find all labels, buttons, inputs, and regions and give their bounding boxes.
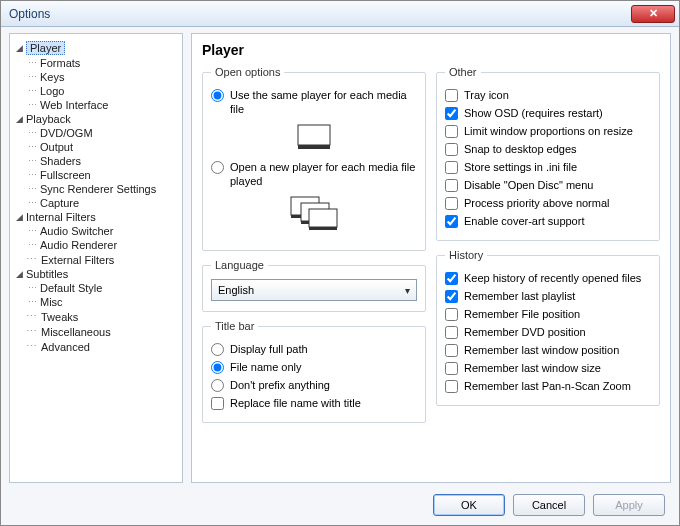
radio-full-path-label: Display full path <box>230 342 308 356</box>
check-item-input[interactable] <box>445 344 458 357</box>
titlebar: Options ✕ <box>1 1 679 27</box>
tree-item[interactable]: ⋯External Filters <box>14 252 178 267</box>
check-item-label: Snap to desktop edges <box>464 142 577 156</box>
check-item[interactable]: Remember DVD position <box>445 323 651 341</box>
check-item[interactable]: Show OSD (requires restart) <box>445 104 651 122</box>
tree-item-label: Audio Switcher <box>40 225 113 237</box>
check-item-input[interactable] <box>445 380 458 393</box>
tree-item-label: Output <box>40 141 73 153</box>
language-group: Language English <box>202 259 426 312</box>
tree-item[interactable]: ⋯Sync Renderer Settings <box>28 182 178 196</box>
tree-item[interactable]: ⋯Miscellaneous <box>14 324 178 339</box>
radio-no-prefix-input[interactable] <box>211 379 224 392</box>
check-item-label: Remember File position <box>464 307 580 321</box>
check-item[interactable]: Process priority above normal <box>445 194 651 212</box>
svg-rect-1 <box>298 145 330 149</box>
tree-item-label: External Filters <box>41 254 114 266</box>
tree-item-label: Subtitles <box>26 268 68 280</box>
check-item-input[interactable] <box>445 161 458 174</box>
tree-item[interactable]: ◢Playback <box>14 112 178 126</box>
tree-bullet-icon: ⋯ <box>26 340 37 353</box>
tree-item[interactable]: ⋯Audio Switcher <box>28 224 178 238</box>
tree-item-label: Audio Renderer <box>40 239 117 251</box>
tree-item[interactable]: ⋯Advanced <box>14 339 178 354</box>
check-item-input[interactable] <box>445 215 458 228</box>
open-options-legend: Open options <box>211 66 284 78</box>
close-icon: ✕ <box>649 7 658 20</box>
tree-item[interactable]: ⋯Capture <box>28 196 178 210</box>
check-item-input[interactable] <box>445 125 458 138</box>
check-item[interactable]: Tray icon <box>445 86 651 104</box>
tree-bullet-icon: ⋯ <box>28 86 38 96</box>
dialog-footer: OK Cancel Apply <box>1 485 679 525</box>
tree-item[interactable]: ⋯Fullscreen <box>28 168 178 182</box>
history-group: History Keep history of recently opened … <box>436 249 660 406</box>
tree-item[interactable]: ⋯Web Interface <box>28 98 178 112</box>
check-item-label: Tray icon <box>464 88 509 102</box>
check-item-input[interactable] <box>445 89 458 102</box>
close-button[interactable]: ✕ <box>631 5 675 23</box>
tree-item[interactable]: ⋯Misc <box>28 295 178 309</box>
radio-full-path-input[interactable] <box>211 343 224 356</box>
radio-no-prefix[interactable]: Don't prefix anything <box>211 376 417 394</box>
tree-item[interactable]: ⋯Shaders <box>28 154 178 168</box>
radio-same-player-input[interactable] <box>211 89 224 102</box>
tree-bullet-icon: ⋯ <box>26 253 37 266</box>
language-select[interactable]: English <box>211 279 417 301</box>
check-item-input[interactable] <box>445 290 458 303</box>
check-item-input[interactable] <box>445 197 458 210</box>
tree-item[interactable]: ⋯Tweaks <box>14 309 178 324</box>
dialog-body: ◢Player⋯Formats⋯Keys⋯Logo⋯Web Interface◢… <box>1 27 679 485</box>
tree-item[interactable]: ⋯Formats <box>28 56 178 70</box>
tree-item[interactable]: ⋯Output <box>28 140 178 154</box>
cancel-button[interactable]: Cancel <box>513 494 585 516</box>
check-item[interactable]: Remember last window size <box>445 359 651 377</box>
tree-item[interactable]: ◢Player <box>14 40 178 56</box>
check-item[interactable]: Remember last Pan-n-Scan Zoom <box>445 377 651 395</box>
check-item[interactable]: Remember File position <box>445 305 651 323</box>
tree-bullet-icon: ⋯ <box>28 283 38 293</box>
check-item-input[interactable] <box>445 326 458 339</box>
check-item-input[interactable] <box>445 362 458 375</box>
check-item[interactable]: Snap to desktop edges <box>445 140 651 158</box>
check-item[interactable]: Remember last playlist <box>445 287 651 305</box>
check-item-input[interactable] <box>445 272 458 285</box>
tree-item-label: Misc <box>40 296 63 308</box>
ok-button[interactable]: OK <box>433 494 505 516</box>
check-item-input[interactable] <box>445 143 458 156</box>
apply-button[interactable]: Apply <box>593 494 665 516</box>
radio-new-player-input[interactable] <box>211 161 224 174</box>
tree-bullet-icon: ⋯ <box>28 226 38 236</box>
tree-item[interactable]: ⋯Logo <box>28 84 178 98</box>
check-item[interactable]: Store settings in .ini file <box>445 158 651 176</box>
radio-file-name[interactable]: File name only <box>211 358 417 376</box>
check-item[interactable]: Keep history of recently opened files <box>445 269 651 287</box>
check-replace-title-input[interactable] <box>211 397 224 410</box>
check-item[interactable]: Limit window proportions on resize <box>445 122 651 140</box>
radio-new-player[interactable]: Open a new player for each media file pl… <box>211 158 417 190</box>
check-item-input[interactable] <box>445 179 458 192</box>
tree-item[interactable]: ◢Subtitles <box>14 267 178 281</box>
language-legend: Language <box>211 259 268 271</box>
radio-same-player[interactable]: Use the same player for each media file <box>211 86 417 118</box>
radio-file-name-input[interactable] <box>211 361 224 374</box>
check-replace-title[interactable]: Replace file name with title <box>211 394 417 412</box>
check-item-input[interactable] <box>445 107 458 120</box>
tree-item[interactable]: ⋯Default Style <box>28 281 178 295</box>
tree-item-label: Logo <box>40 85 64 97</box>
category-tree[interactable]: ◢Player⋯Formats⋯Keys⋯Logo⋯Web Interface◢… <box>9 33 183 483</box>
check-item[interactable]: Disable "Open Disc" menu <box>445 176 651 194</box>
radio-file-name-label: File name only <box>230 360 302 374</box>
check-item[interactable]: Enable cover-art support <box>445 212 651 230</box>
check-item-input[interactable] <box>445 308 458 321</box>
tree-item[interactable]: ◢Internal Filters <box>14 210 178 224</box>
tree-item[interactable]: ⋯DVD/OGM <box>28 126 178 140</box>
radio-new-player-label: Open a new player for each media file pl… <box>230 160 417 188</box>
radio-full-path[interactable]: Display full path <box>211 340 417 358</box>
tree-item[interactable]: ⋯Audio Renderer <box>28 238 178 252</box>
media-multi-icon <box>290 196 338 232</box>
other-group: Other Tray iconShow OSD (requires restar… <box>436 66 660 241</box>
tree-item[interactable]: ⋯Keys <box>28 70 178 84</box>
check-item[interactable]: Remember last window position <box>445 341 651 359</box>
tree-bullet-icon: ⋯ <box>28 184 38 194</box>
